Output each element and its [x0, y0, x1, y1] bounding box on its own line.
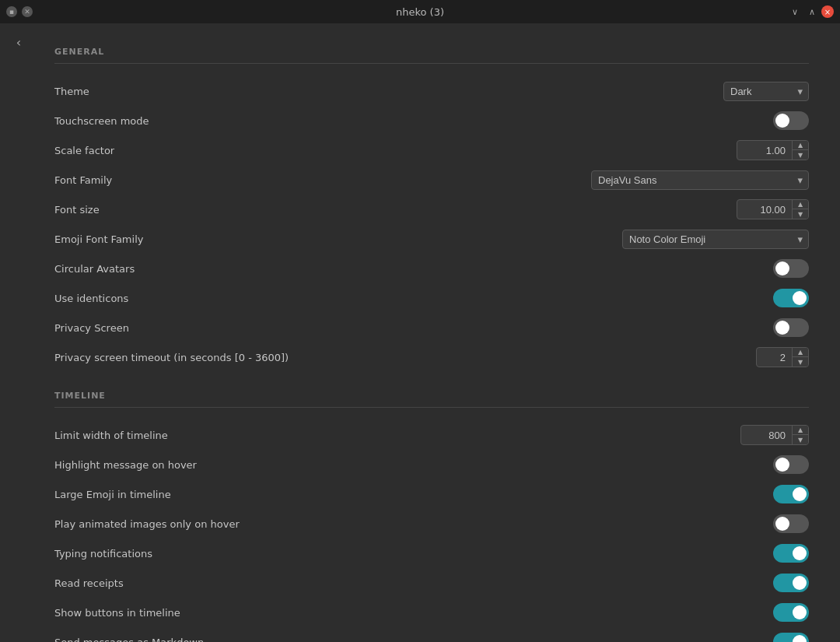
limit-width-up-button[interactable]: ▲	[793, 426, 808, 435]
setting-row-show-buttons: Show buttons in timeline	[54, 598, 809, 627]
setting-row-send-markdown: Send messages as Markdown	[54, 627, 809, 642]
limit-width-label: Limit width of timeline	[54, 430, 168, 441]
titlebar-controls: ∨ ∧ ×	[787, 4, 834, 19]
theme-dropdown[interactable]: Dark Light System	[723, 82, 809, 101]
highlight-hover-toggle[interactable]	[773, 455, 809, 474]
privacy-timeout-down-button[interactable]: ▼	[793, 357, 808, 367]
setting-row-circular-avatars: Circular Avatars	[54, 254, 809, 283]
emoji-font-dropdown-wrap: Noto Color Emoji Twitter Color Emoji	[622, 230, 809, 249]
setting-row-play-animated: Play animated images only on hover	[54, 509, 809, 539]
emoji-font-dropdown[interactable]: Noto Color Emoji Twitter Color Emoji	[622, 230, 809, 249]
maximize-button[interactable]: ∧	[804, 4, 820, 19]
identicons-label: Use identicons	[54, 293, 128, 304]
titlebar-title: nheko (3)	[396, 6, 444, 18]
minimize-button[interactable]: ∨	[787, 4, 803, 19]
limit-width-spinner: ▲ ▼	[740, 425, 809, 445]
typing-notifications-toggle[interactable]	[773, 544, 809, 563]
show-buttons-toggle[interactable]	[773, 603, 809, 622]
privacy-timeout-input[interactable]	[757, 349, 792, 367]
privacy-screen-toggle[interactable]	[773, 318, 809, 337]
sidebar: ‹	[0, 23, 39, 642]
font-size-input[interactable]	[737, 201, 792, 219]
setting-row-font-family: Font Family DejaVu Sans Arial Noto Sans	[54, 165, 809, 195]
theme-dropdown-wrap: Dark Light System	[723, 82, 809, 101]
scale-up-button[interactable]: ▲	[793, 141, 808, 150]
settings-content: GENERAL Theme Dark Light System Touchscr…	[39, 23, 840, 642]
scale-spinner: ▲ ▼	[737, 140, 809, 160]
setting-row-privacy-timeout: Privacy screen timeout (in seconds [0 - …	[54, 342, 809, 372]
privacy-screen-label: Privacy Screen	[54, 322, 129, 334]
app-icon-1: ▪	[6, 6, 17, 17]
general-section-header: GENERAL	[54, 47, 809, 57]
large-emoji-label: Large Emoji in timeline	[54, 489, 171, 500]
send-markdown-label: Send messages as Markdown	[54, 637, 204, 643]
large-emoji-toggle[interactable]	[773, 485, 809, 503]
scale-arrows: ▲ ▼	[792, 141, 808, 160]
font-size-spinner: ▲ ▼	[737, 199, 809, 219]
font-size-down-button[interactable]: ▼	[793, 209, 808, 219]
setting-row-theme: Theme Dark Light System	[54, 76, 809, 106]
privacy-timeout-up-button[interactable]: ▲	[793, 348, 808, 357]
setting-row-typing-notifications: Typing notifications	[54, 539, 809, 568]
send-markdown-toggle[interactable]	[773, 633, 809, 642]
timeline-section-header: TIMELINE	[54, 391, 809, 401]
back-button[interactable]: ‹	[8, 31, 30, 53]
emoji-font-label: Emoji Font Family	[54, 233, 143, 245]
circular-avatars-toggle[interactable]	[773, 259, 809, 278]
setting-row-font-size: Font size ▲ ▼	[54, 195, 809, 224]
read-receipts-toggle[interactable]	[773, 574, 809, 592]
setting-row-emoji-font: Emoji Font Family Noto Color Emoji Twitt…	[54, 224, 809, 254]
highlight-hover-label: Highlight message on hover	[54, 459, 197, 471]
font-family-dropdown-wrap: DejaVu Sans Arial Noto Sans	[591, 170, 809, 190]
font-family-label: Font Family	[54, 174, 112, 186]
font-family-dropdown[interactable]: DejaVu Sans Arial Noto Sans	[591, 170, 809, 190]
setting-row-read-receipts: Read receipts	[54, 568, 809, 598]
scale-down-button[interactable]: ▼	[793, 150, 808, 160]
setting-row-touchscreen: Touchscreen mode	[54, 106, 809, 135]
setting-row-identicons: Use identicons	[54, 283, 809, 313]
touchscreen-label: Touchscreen mode	[54, 115, 149, 127]
privacy-timeout-spinner: ▲ ▼	[756, 347, 809, 367]
read-receipts-label: Read receipts	[54, 577, 124, 589]
font-size-up-button[interactable]: ▲	[793, 200, 808, 209]
touchscreen-toggle[interactable]	[773, 111, 809, 130]
setting-row-privacy-screen: Privacy Screen	[54, 313, 809, 342]
close-button[interactable]: ×	[821, 5, 834, 18]
identicons-toggle[interactable]	[773, 289, 809, 307]
scale-label: Scale factor	[54, 145, 114, 156]
privacy-timeout-arrows: ▲ ▼	[792, 348, 808, 367]
font-size-arrows: ▲ ▼	[792, 200, 808, 219]
setting-row-highlight-hover: Highlight message on hover	[54, 450, 809, 479]
scale-input[interactable]	[737, 142, 792, 160]
setting-row-large-emoji: Large Emoji in timeline	[54, 479, 809, 509]
show-buttons-label: Show buttons in timeline	[54, 607, 180, 619]
timeline-divider	[54, 407, 809, 408]
app-icon-2: ✕	[22, 6, 33, 17]
setting-row-limit-width: Limit width of timeline ▲ ▼	[54, 420, 809, 450]
general-divider	[54, 63, 809, 64]
limit-width-arrows: ▲ ▼	[792, 426, 808, 444]
limit-width-input[interactable]	[741, 426, 792, 444]
privacy-timeout-label: Privacy screen timeout (in seconds [0 - …	[54, 352, 289, 363]
setting-row-scale: Scale factor ▲ ▼	[54, 135, 809, 165]
titlebar: ▪ ✕ nheko (3) ∨ ∧ ×	[0, 0, 840, 23]
titlebar-left-icons: ▪ ✕	[6, 6, 33, 17]
circular-avatars-label: Circular Avatars	[54, 263, 135, 275]
font-size-label: Font size	[54, 204, 100, 216]
limit-width-down-button[interactable]: ▼	[793, 435, 808, 444]
theme-label: Theme	[54, 86, 89, 97]
main-layout: ‹ GENERAL Theme Dark Light System Touchs…	[0, 23, 840, 642]
play-animated-label: Play animated images only on hover	[54, 518, 240, 530]
typing-notifications-label: Typing notifications	[54, 548, 152, 560]
play-animated-toggle[interactable]	[773, 514, 809, 533]
